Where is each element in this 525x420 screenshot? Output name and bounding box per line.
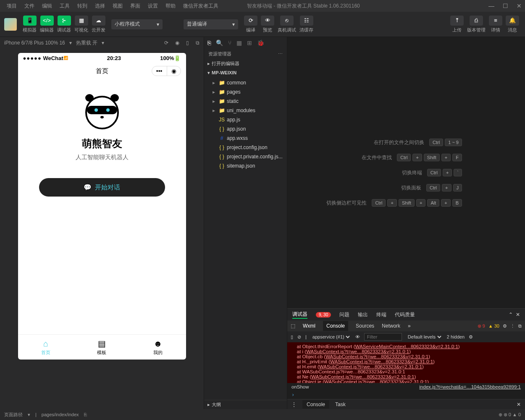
clearcache-button[interactable]: ☷清缓存 <box>298 16 315 33</box>
menu-文件[interactable]: 文件 <box>21 1 38 11</box>
tab-我的[interactable]: ☻我的 <box>130 335 186 360</box>
dbg-tab-4[interactable]: 代码质量 <box>395 311 415 318</box>
dev-tab-sources[interactable]: Sources <box>356 323 374 329</box>
cloud-button[interactable]: ☁云开发 <box>90 16 107 33</box>
dbg-tab-3[interactable]: 终端 <box>376 311 386 318</box>
menu-转到[interactable]: 转到 <box>74 1 91 11</box>
avatar[interactable] <box>4 18 17 31</box>
search-icon[interactable]: 🔍 <box>216 39 223 46</box>
message-button[interactable]: 🔔消息 <box>504 16 521 33</box>
ext-icon[interactable]: ▦ <box>236 39 242 46</box>
device-icon[interactable]: ▯ <box>186 40 189 46</box>
opened-editors[interactable]: ▸打开的编辑器 <box>204 59 287 68</box>
route-label[interactable]: 页面路径 <box>4 412 23 418</box>
levels-select[interactable]: Default levels <box>406 334 443 340</box>
tree-project.config.json[interactable]: { }project.config.json <box>204 143 287 152</box>
close-icon[interactable]: ✕ <box>517 402 521 407</box>
tree-pages[interactable]: ▸📁pages <box>204 87 287 97</box>
bottom-tab-task[interactable]: Task <box>335 402 346 407</box>
debugger-button[interactable]: ⊱调试器 <box>55 16 73 33</box>
dbg-tab-2[interactable]: 输出 <box>358 311 368 318</box>
tab-模板[interactable]: ▤模板 <box>74 335 130 360</box>
status-icons[interactable]: ⊕ ⊗ 0 ▲ 0 <box>499 412 521 417</box>
menu-帮助[interactable]: 帮助 <box>162 1 179 11</box>
compile-dropdown[interactable]: 普通编译▾ <box>184 19 238 29</box>
mode-dropdown[interactable]: 小程序模式▾ <box>111 19 163 29</box>
tree-sitemap.json[interactable]: { }sitemap.json <box>204 161 287 171</box>
record-icon[interactable]: ◉ <box>175 40 179 46</box>
error-count[interactable]: ⊗ 9 <box>478 323 485 329</box>
popout-icon[interactable]: ⧉ <box>196 40 200 46</box>
kebab-icon[interactable]: ⋮ <box>510 323 515 329</box>
visual-button[interactable]: ▦可视化 <box>73 16 90 33</box>
menu-选择[interactable]: 选择 <box>92 1 108 11</box>
tree-uni_modules[interactable]: ▸📁uni_modules <box>204 106 287 115</box>
hotreload-label[interactable]: 热重载 开 <box>76 39 97 47</box>
menu-编辑[interactable]: 编辑 <box>39 1 55 11</box>
device-label[interactable]: iPhone 6/7/8 Plus 100% 16 <box>4 40 65 46</box>
editor-button[interactable]: </>编辑器 <box>38 16 55 33</box>
sidebar-icon[interactable]: ▯ <box>291 334 293 340</box>
menu-微信开发者工具[interactable]: 微信开发者工具 <box>180 1 222 11</box>
shortcut: 在文件中查找Ctrl+Shift+F <box>362 154 462 161</box>
start-chat-button[interactable]: 💬开始对话 <box>39 178 165 197</box>
outline-section[interactable]: ▸大纲 <box>204 400 287 409</box>
gear-icon[interactable]: ⚙ <box>503 323 507 329</box>
kebab-icon[interactable]: ⋮ <box>291 402 297 407</box>
project-root[interactable]: ▾MP-WEIXIN <box>204 68 287 77</box>
files-icon[interactable]: ⎘ <box>207 39 211 46</box>
menu-项目[interactable]: 项目 <box>3 1 20 11</box>
capsule[interactable]: •••◉ <box>152 66 181 76</box>
tree-static[interactable]: ▸📁static <box>204 97 287 106</box>
minimize-icon[interactable]: — <box>488 3 494 9</box>
copy-icon[interactable]: ⎘ <box>84 412 87 417</box>
detail-button[interactable]: ≡详情 <box>487 16 504 33</box>
dbg-tab-1[interactable]: 问题 <box>339 311 349 318</box>
onshow-loc[interactable]: index.js?t=wechat&s=…104a315bbeea92899:1 <box>419 384 521 389</box>
menu-工具[interactable]: 工具 <box>56 1 73 11</box>
eye-icon[interactable]: 👁 <box>355 334 360 339</box>
clear-icon[interactable]: ⊘ <box>297 334 301 340</box>
bottom-tab-console[interactable]: Console <box>302 400 329 409</box>
tree-app.js[interactable]: JSapp.js <box>204 115 287 124</box>
tree-app.json[interactable]: { }app.json <box>204 124 287 134</box>
dev-tab-network[interactable]: Network <box>382 323 400 329</box>
dev-tab-wxml[interactable]: Wxml <box>303 323 315 329</box>
refresh-icon[interactable]: ⟳ <box>164 40 168 46</box>
simulator-button[interactable]: 📱模拟器 <box>21 16 38 33</box>
gear-icon[interactable]: ⚙ <box>469 334 473 340</box>
branch-icon[interactable]: ⑂ <box>228 39 231 46</box>
inspect-icon[interactable]: ⬚ <box>291 323 295 329</box>
chevron-up-icon[interactable]: ⌃ <box>509 312 513 318</box>
realdev-button[interactable]: ⎋真机调试 <box>276 16 298 33</box>
warn-count[interactable]: ▲ 30 <box>488 323 499 328</box>
close-icon[interactable]: ✕ <box>516 312 520 318</box>
menu-界面[interactable]: 界面 <box>127 1 144 11</box>
tree-app.wxss[interactable]: #app.wxss <box>204 134 287 143</box>
menu-设置[interactable]: 设置 <box>144 1 161 11</box>
tree-common[interactable]: ▸📁common <box>204 78 287 87</box>
bug-icon[interactable]: 🐞 <box>257 39 264 46</box>
version-button[interactable]: ⎙版本管理 <box>465 16 487 33</box>
maximize-icon[interactable]: ☐ <box>503 3 508 9</box>
tabbar: ⌂首页▤模板☻我的 <box>18 334 186 360</box>
hidden-label[interactable]: 2 hidden <box>447 334 465 339</box>
close-icon[interactable]: ✕ <box>517 3 522 9</box>
tab-首页[interactable]: ⌂首页 <box>18 335 74 360</box>
console-prompt[interactable]: › <box>287 391 525 399</box>
menu-视图[interactable]: 视图 <box>109 1 126 11</box>
context-select[interactable]: appservice (#1) <box>311 334 351 340</box>
dock-icon[interactable]: ⧉ <box>518 323 522 329</box>
console-output: at Object.thirdErrorReport (WAServiceMai… <box>287 342 525 383</box>
more-tabs-icon[interactable]: » <box>408 323 411 329</box>
upload-button[interactable]: ⤒上传 <box>449 16 465 33</box>
dbg-tab-0[interactable]: 调试器 <box>292 311 307 319</box>
more-icon[interactable]: ⋯ <box>278 51 283 57</box>
build-icon[interactable]: ⊞ <box>247 39 252 46</box>
dev-tab-console[interactable]: Console <box>323 321 348 331</box>
path-label[interactable]: pages/index/index <box>42 412 79 417</box>
compile-button[interactable]: ⟳编译 <box>242 16 259 33</box>
filter-input[interactable] <box>364 333 402 341</box>
tree-project.private.config.js...[interactable]: { }project.private.config.js... <box>204 152 287 161</box>
preview-button[interactable]: 👁预览 <box>259 16 276 33</box>
